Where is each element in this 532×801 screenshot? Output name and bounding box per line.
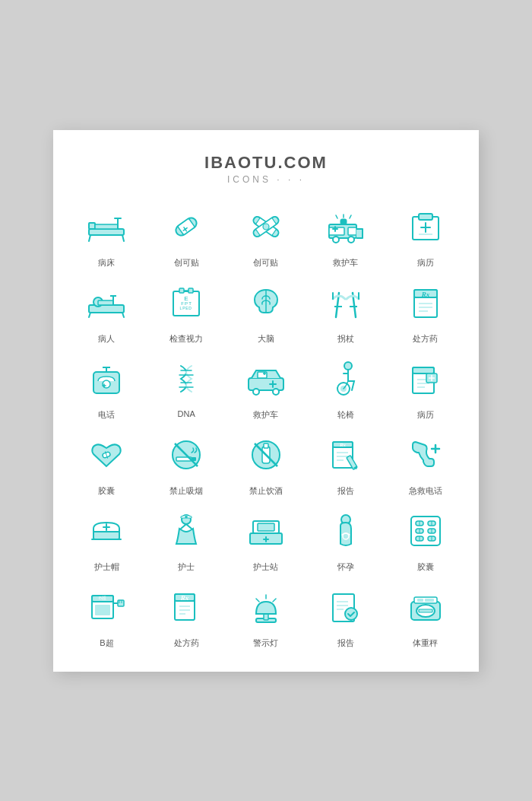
icon-label-chufangyao1: 处方药 — [413, 333, 438, 345]
icon-hushizhan — [239, 504, 293, 558]
icon-label-chufangyao2: 处方药 — [174, 637, 199, 649]
icon-dna — [160, 352, 213, 405]
header-title: IBAOTU.COM — [68, 153, 464, 173]
svg-rect-157 — [264, 614, 268, 620]
svg-point-22 — [348, 237, 354, 243]
icon-label-hushimao: 护士帽 — [94, 561, 119, 573]
icon-bingli1 — [399, 200, 452, 253]
icon-item-jiuhuche2: 救护车 — [228, 352, 305, 421]
icon-hushi — [160, 504, 213, 558]
icon-chufangyao1: Rx — [399, 276, 452, 329]
icon-label-bingchuang: 病床 — [98, 257, 115, 269]
icon-item-chuangke2: 创可贴 — [228, 200, 305, 269]
icon-guazhu — [319, 276, 372, 329]
icon-huaiyun — [319, 504, 372, 558]
svg-text:L: L — [180, 306, 182, 310]
icon-jinzhiyin — [239, 428, 293, 482]
icon-label-jiancha: 检查视力 — [169, 333, 203, 345]
main-card: IBAOTU.COM ICONS · · · 病床 — [53, 130, 479, 672]
svg-rect-34 — [98, 300, 113, 305]
icon-item-jiaonang2: 胶囊 — [387, 504, 464, 573]
icon-item-danao: 大脑 — [228, 276, 305, 345]
svg-rect-48 — [179, 288, 184, 293]
icon-label-bchao: B超 — [100, 637, 113, 649]
icon-item-chufangyao2: Rx 处方药 — [148, 580, 225, 649]
icon-hushimao — [80, 504, 133, 558]
icon-jingshideng — [239, 580, 293, 634]
icon-item-tizhongcheng: 体重秤 — [387, 580, 464, 649]
icon-label-dna: DNA — [178, 409, 195, 418]
icon-bingchuang — [80, 200, 133, 253]
icon-item-bingli2: 病历 — [387, 352, 464, 421]
icon-jijiu — [399, 428, 452, 482]
icon-danao — [239, 276, 293, 329]
icon-item-bchao: B超 B超 — [68, 580, 145, 649]
icon-label-bingli2: 病历 — [417, 409, 434, 421]
svg-rect-32 — [89, 305, 124, 313]
icon-jinzhixiyan — [160, 428, 213, 482]
svg-rect-103 — [264, 443, 268, 448]
svg-text:D: D — [188, 306, 192, 310]
svg-rect-49 — [188, 288, 193, 293]
icon-jiuhuche2 — [239, 352, 293, 405]
icon-lunci — [319, 352, 372, 405]
icon-baogao1: Rx — [319, 428, 372, 482]
svg-rect-0 — [89, 229, 124, 235]
svg-text:Rx: Rx — [180, 594, 189, 602]
icon-item-jiancha: E F P T L P E D 检查视力 — [148, 276, 225, 345]
svg-point-76 — [253, 389, 259, 395]
svg-point-15 — [263, 224, 269, 230]
icon-label-jinzhixiyan: 禁止吸烟 — [169, 485, 203, 497]
svg-rect-124 — [258, 523, 274, 531]
icon-chuangke2 — [239, 200, 293, 253]
icon-bingren — [80, 276, 133, 329]
icon-item-jinzhixiyan: 禁止吸烟 — [148, 428, 225, 497]
icon-baogao2 — [319, 580, 372, 634]
icon-label-danao: 大脑 — [258, 333, 274, 345]
icon-label-dianhua: 电话 — [98, 409, 115, 421]
icon-item-hushi: 护士 — [148, 504, 225, 573]
icon-bchao: B超 — [80, 580, 133, 634]
icon-label-bingren: 病人 — [98, 333, 115, 345]
svg-text:Rx: Rx — [420, 291, 429, 298]
svg-line-3 — [89, 235, 90, 241]
icon-item-lunci: 轮椅 — [307, 352, 384, 421]
icon-bingli2 — [399, 352, 452, 405]
icon-label-jiaonang2: 胶囊 — [417, 561, 434, 573]
icon-item-jiuhuche: 救护车 — [307, 200, 384, 269]
svg-rect-172 — [425, 599, 434, 602]
icon-chuangke1 — [160, 200, 213, 253]
icon-item-guazhu: 拐杖 — [307, 276, 384, 345]
icon-label-huaiyun: 怀孕 — [337, 561, 354, 573]
svg-point-77 — [273, 389, 279, 395]
icon-label-jiuhuche2: 救护车 — [253, 409, 278, 421]
svg-line-161 — [273, 599, 276, 602]
icon-item-hushimao: 护士帽 — [68, 504, 145, 573]
icon-label-lunci: 轮椅 — [337, 409, 354, 421]
icon-chufangyao2: Rx — [160, 580, 213, 634]
icon-item-jingshideng: 警示灯 — [228, 580, 305, 649]
icon-item-bingchuang: 病床 — [68, 200, 145, 269]
icon-label-chuangke1: 创可贴 — [174, 257, 199, 269]
icon-label-baogao1: 报告 — [337, 485, 354, 497]
svg-rect-146 — [118, 600, 124, 606]
svg-point-163 — [345, 608, 357, 620]
icon-label-jinzhiyin: 禁止饮酒 — [249, 485, 283, 497]
icon-jiaonang1 — [80, 428, 133, 482]
svg-rect-2 — [95, 224, 118, 229]
icon-item-jiaonang1: 胶囊 — [68, 428, 145, 497]
icon-label-jiaonang1: 胶囊 — [98, 485, 115, 497]
icon-jiancha: E F P T L P E D — [160, 276, 213, 329]
icon-grid: 病床 创可贴 — [68, 200, 464, 649]
icon-item-jinzhiyin: 禁止饮酒 — [228, 428, 305, 497]
svg-rect-86 — [413, 367, 434, 373]
header: IBAOTU.COM ICONS · · · — [68, 153, 464, 185]
icon-label-hushi: 护士 — [178, 561, 195, 573]
icon-label-jiuhuche: 救护车 — [333, 257, 358, 269]
svg-rect-1 — [89, 223, 95, 229]
svg-rect-144 — [95, 605, 110, 615]
icon-item-bingren: 病人 — [68, 276, 145, 345]
svg-rect-23 — [340, 219, 347, 224]
icon-item-hushizhan: 护士站 — [228, 504, 305, 573]
icon-jiaonang2 — [399, 504, 452, 558]
